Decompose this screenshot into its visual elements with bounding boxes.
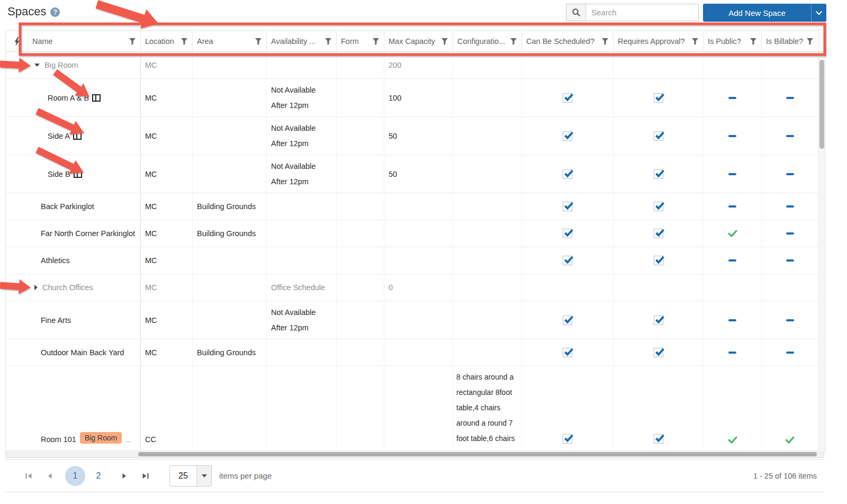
name-cell[interactable]: Room A & B — [28, 79, 141, 116]
horizontal-scrollbar[interactable] — [5, 451, 824, 458]
name-cell[interactable]: Athletics — [28, 247, 141, 274]
add-new-space-dropdown[interactable] — [811, 4, 826, 22]
help-icon[interactable]: ? — [50, 7, 60, 17]
table-row-athletics: AthleticsMC — [6, 247, 825, 274]
checkbox-checked[interactable] — [563, 256, 572, 265]
page-size-dropdown[interactable]: 25 — [169, 465, 212, 487]
column-header-form[interactable]: Form — [337, 31, 384, 52]
name-cell[interactable]: Outdoor Main Back Yard — [28, 339, 141, 366]
filter-icon[interactable] — [806, 38, 814, 45]
column-header-location[interactable]: Location — [141, 31, 193, 52]
vertical-scrollbar[interactable] — [818, 52, 825, 451]
column-header-is-public[interactable]: Is Public? — [704, 31, 762, 52]
location-cell: MC — [141, 220, 193, 247]
location-cell: MC — [141, 301, 193, 339]
area-cell — [193, 301, 267, 339]
page-button-1[interactable]: 1 — [65, 466, 85, 486]
checkbox-checked[interactable] — [654, 93, 663, 103]
collapse-toggle-icon[interactable] — [34, 64, 40, 67]
next-page-button[interactable] — [113, 472, 134, 480]
add-new-space-button[interactable]: Add New Space — [703, 4, 811, 22]
availability-cell: Not Available After 12pm — [267, 155, 337, 193]
location-cell: MC — [141, 247, 193, 274]
configuration-cell — [453, 301, 522, 339]
page-size-arrow[interactable] — [196, 466, 211, 486]
is-billable-cell — [762, 79, 818, 116]
location-value: MC — [145, 348, 157, 357]
name-cell[interactable]: Far North Corner Parkinglot — [28, 220, 141, 247]
max-capacity-value: 50 — [389, 170, 397, 178]
can-be-scheduled-cell — [522, 274, 614, 301]
filter-icon[interactable] — [372, 38, 380, 45]
name-cell[interactable]: Room 101Big Room... — [28, 366, 141, 451]
dash-indicator — [786, 97, 794, 99]
page-number-list: 12 — [64, 466, 110, 486]
name-cell[interactable]: Fine Arts — [28, 301, 141, 339]
area-cell — [193, 274, 267, 301]
column-header-requires-approval[interactable]: Requires Approval? — [614, 31, 704, 52]
checkbox-checked[interactable] — [563, 348, 572, 357]
last-page-button[interactable] — [134, 472, 156, 480]
checkbox-checked[interactable] — [563, 229, 572, 238]
previous-page-button[interactable] — [39, 472, 60, 480]
filter-icon[interactable] — [325, 38, 332, 45]
vertical-scrollbar-thumb[interactable] — [819, 60, 824, 149]
is-public-cell — [704, 193, 762, 220]
column-header-is-billable[interactable]: Is Billable? — [762, 31, 818, 52]
expand-toggle-icon[interactable] — [34, 285, 38, 290]
room-divider-icon — [74, 170, 82, 178]
checkbox-checked[interactable] — [654, 131, 663, 141]
name-cell[interactable]: Church Offices — [28, 274, 141, 301]
checkbox-checked[interactable] — [563, 202, 572, 211]
checkbox-checked[interactable] — [563, 131, 572, 141]
checkbox-checked[interactable] — [563, 316, 572, 325]
checkbox-checked[interactable] — [654, 434, 663, 444]
space-name: Church Offices — [42, 283, 93, 292]
checkbox-checked[interactable] — [654, 202, 663, 211]
can-be-scheduled-cell — [522, 79, 614, 116]
checkbox-checked[interactable] — [654, 229, 663, 238]
availability-value: Not Available After 12pm — [271, 159, 332, 190]
dash-indicator — [728, 205, 736, 208]
filter-icon[interactable] — [181, 38, 188, 45]
column-header-configuratio[interactable]: Configuratio... — [453, 31, 522, 52]
search-input[interactable] — [586, 4, 698, 21]
first-page-button[interactable] — [18, 472, 39, 480]
location-value: CC — [145, 435, 156, 444]
location-cell: MC — [141, 339, 193, 366]
filter-icon[interactable] — [510, 38, 517, 45]
filter-icon[interactable] — [601, 38, 609, 45]
filter-icon[interactable] — [750, 38, 757, 45]
is-billable-cell — [762, 366, 818, 451]
name-cell[interactable]: Back Parkinglot — [28, 193, 141, 220]
name-cell[interactable]: Big Room — [28, 52, 141, 78]
page-button-2[interactable]: 2 — [88, 466, 109, 486]
checkbox-checked[interactable] — [563, 93, 572, 103]
column-header-name[interactable]: Name — [28, 31, 141, 52]
name-cell[interactable]: Side A — [28, 117, 141, 155]
checkbox-checked[interactable] — [654, 169, 663, 179]
filter-icon[interactable] — [691, 38, 699, 45]
next-page-icon — [120, 472, 128, 480]
column-header-max-capacity[interactable]: Max Capacity — [384, 31, 453, 52]
form-cell — [337, 155, 384, 193]
column-header-area[interactable]: Area — [193, 31, 267, 52]
dash-indicator — [786, 319, 794, 321]
checkbox-checked[interactable] — [563, 434, 572, 444]
filter-icon[interactable] — [441, 38, 448, 45]
space-name: Fine Arts — [41, 316, 71, 325]
filter-icon[interactable] — [255, 38, 262, 45]
space-name: Outdoor Main Back Yard — [41, 348, 124, 357]
column-header-can-be-scheduled[interactable]: Can Be Scheduled? — [522, 31, 614, 52]
checkbox-checked[interactable] — [654, 348, 663, 357]
column-header-availability[interactable]: Availability ... — [267, 31, 337, 52]
form-cell — [337, 52, 384, 78]
location-cell: MC — [141, 117, 193, 155]
max-capacity-cell: 0 — [384, 274, 453, 301]
checkbox-checked[interactable] — [654, 316, 663, 325]
checkbox-checked[interactable] — [654, 256, 663, 265]
name-cell[interactable]: Side B — [28, 155, 141, 193]
horizontal-scrollbar-thumb[interactable] — [138, 452, 817, 456]
checkbox-checked[interactable] — [563, 169, 572, 179]
filter-icon[interactable] — [129, 38, 136, 45]
